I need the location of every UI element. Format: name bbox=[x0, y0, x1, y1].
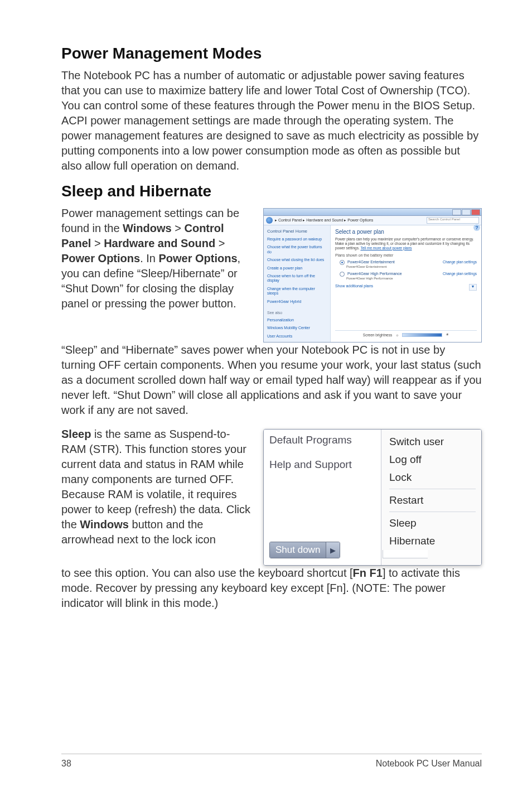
brightness-slider[interactable] bbox=[402, 333, 442, 337]
sidebar-link[interactable]: Power4Gear Hybrid bbox=[267, 300, 327, 304]
separator bbox=[389, 512, 476, 512]
power-plan-row: Power4Gear Entertainment Power4Gear Ente… bbox=[340, 260, 477, 268]
heading-sleep-hibernate: Sleep and Hibernate bbox=[61, 182, 482, 200]
change-plan-link[interactable]: Change plan settings bbox=[443, 260, 477, 264]
see-also-link[interactable]: Windows Mobility Center bbox=[267, 326, 327, 330]
txt: is the same as Suspend-to-RAM (STR). Thi… bbox=[61, 428, 250, 530]
sidebar-link[interactable]: Choose when to turn off the display bbox=[267, 274, 327, 283]
plan-name[interactable]: Power4Gear High Performance bbox=[347, 272, 402, 276]
link-more-power-plans[interactable]: Tell me more about power plans bbox=[360, 246, 412, 250]
sidebar-link[interactable]: Create a power plan bbox=[267, 266, 327, 271]
minimize-icon[interactable] bbox=[452, 209, 461, 215]
plan-name[interactable]: Power4Gear Entertainment bbox=[347, 261, 395, 264]
see-also-link[interactable]: User Accounts bbox=[267, 334, 327, 339]
sidebar-header: Control Panel Home bbox=[267, 229, 327, 234]
power-plan-row: Power4Gear High Performance Power4Gear H… bbox=[340, 272, 477, 280]
search-input[interactable]: Search Control Panel bbox=[427, 217, 479, 224]
sidebar-link[interactable]: Choose what the power buttons do bbox=[267, 245, 327, 254]
radio-icon[interactable] bbox=[340, 272, 345, 277]
heading-power-management: Power Management Modes bbox=[61, 45, 482, 62]
start-menu-item[interactable]: Default Programs bbox=[269, 434, 376, 446]
start-menu: Default Programs Help and Support Shut d… bbox=[263, 429, 482, 566]
see-also-link[interactable]: Personalization bbox=[267, 318, 327, 322]
flyout-tail bbox=[383, 550, 428, 558]
sidebar: Control Panel Home Require a password on… bbox=[264, 225, 331, 342]
para-sleep-intro: Power management settings can be found i… bbox=[61, 206, 254, 311]
window-titlebar bbox=[264, 209, 481, 216]
flyout-item-log-off[interactable]: Log off bbox=[389, 451, 476, 469]
txt: > bbox=[91, 237, 104, 249]
kw-sleep: Sleep bbox=[61, 428, 91, 440]
chevron-down-icon[interactable]: ▼ bbox=[469, 284, 477, 291]
start-menu-item[interactable]: Help and Support bbox=[269, 459, 376, 471]
radio-icon[interactable] bbox=[340, 260, 345, 265]
breadcrumb[interactable]: ▸ Control Panel ▸ Hardware and Sound ▸ P… bbox=[275, 218, 424, 223]
power-options-window: ▸ Control Panel ▸ Hardware and Sound ▸ P… bbox=[263, 208, 482, 343]
sidebar-link[interactable]: Change when the computer sleeps bbox=[267, 287, 327, 296]
kw-hardware-sound: Hardware and Sound bbox=[104, 237, 215, 249]
main-pane: ? Select a power plan Power plans can he… bbox=[331, 225, 481, 342]
kw-power-options-2: Power Options bbox=[158, 252, 237, 264]
flyout-item-sleep[interactable]: Sleep bbox=[389, 514, 476, 532]
para-power-management: The Notebook PC has a number of automati… bbox=[61, 68, 482, 173]
see-also-label: See also bbox=[267, 311, 327, 315]
flyout-item-switch-user[interactable]: Switch user bbox=[389, 433, 476, 451]
page-footer: 38 Notebook PC User Manual bbox=[61, 754, 482, 769]
kw-fn-f1: Fn F1 bbox=[353, 567, 383, 579]
page-number: 38 bbox=[61, 759, 71, 769]
arrow-right-icon[interactable]: ▶ bbox=[326, 542, 340, 558]
para-sleep-str: Sleep is the same as Suspend-to-RAM (STR… bbox=[61, 427, 254, 547]
start-menu-left: Default Programs Help and Support Shut d… bbox=[264, 430, 381, 565]
plan-sub: Power4Gear High Performance bbox=[346, 277, 402, 280]
sidebar-link[interactable]: Choose what closing the lid does bbox=[267, 258, 327, 262]
pane-title: Select a power plan bbox=[335, 229, 477, 235]
show-more-plans[interactable]: Show additional plans ▼ bbox=[335, 284, 477, 291]
help-icon[interactable]: ? bbox=[473, 224, 480, 231]
start-menu-flyout: Switch user Log off Lock Restart Sleep H… bbox=[381, 430, 481, 565]
plan-sub: Power4Gear Entertainment bbox=[346, 265, 395, 268]
flyout-item-lock[interactable]: Lock bbox=[389, 469, 476, 486]
brightness-footer: Screen brightness ☼ ☀ bbox=[335, 330, 477, 339]
kw-power-options: Power Options bbox=[61, 252, 140, 264]
pane-desc: Power plans can help you maximize your c… bbox=[335, 237, 477, 250]
shutdown-button[interactable]: Shut down bbox=[270, 542, 326, 558]
sun-bright-icon: ☀ bbox=[446, 332, 449, 337]
txt: to see this option. You can also use the… bbox=[61, 567, 353, 579]
close-icon[interactable] bbox=[471, 209, 480, 215]
flyout-item-restart[interactable]: Restart bbox=[389, 491, 476, 509]
maximize-icon[interactable] bbox=[462, 209, 471, 215]
txt: > bbox=[215, 237, 225, 249]
manual-title: Notebook PC User Manual bbox=[376, 759, 482, 769]
separator bbox=[389, 489, 476, 489]
show-more-label: Show additional plans bbox=[335, 284, 373, 291]
txt: . In bbox=[140, 252, 158, 264]
flyout-item-hibernate[interactable]: Hibernate bbox=[389, 532, 476, 550]
para-sleep-shortcut: to see this option. You can also use the… bbox=[61, 566, 482, 611]
address-bar: ▸ Control Panel ▸ Hardware and Sound ▸ P… bbox=[264, 216, 481, 225]
brightness-label: Screen brightness bbox=[363, 333, 392, 337]
txt: > bbox=[172, 222, 185, 234]
sun-dim-icon: ☼ bbox=[395, 333, 399, 337]
para-sleep-explain: “Sleep” and “Hibernate” saves power when… bbox=[61, 343, 482, 418]
change-plan-link[interactable]: Change plan settings bbox=[443, 272, 477, 276]
back-icon[interactable] bbox=[266, 217, 273, 224]
plan-group-label: Plans shown on the battery meter bbox=[335, 253, 477, 257]
kw-windows-2: Windows bbox=[80, 518, 129, 530]
kw-windows: Windows bbox=[123, 222, 172, 234]
shutdown-split-button[interactable]: Shut down ▶ bbox=[269, 542, 340, 558]
sidebar-link[interactable]: Require a password on wakeup bbox=[267, 237, 327, 242]
